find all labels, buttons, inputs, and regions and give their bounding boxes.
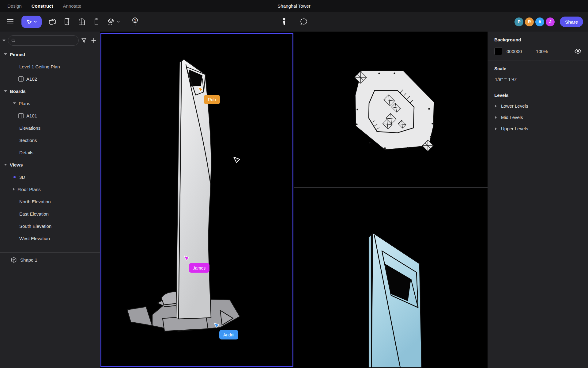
sidebar-item-north-elevation[interactable]: North Elevation (0, 195, 100, 208)
person-icon (282, 18, 286, 26)
wall-tool-button[interactable] (47, 17, 58, 27)
floor-plan-drawing (294, 32, 488, 187)
center-tools (279, 12, 309, 32)
section-label: Views (10, 162, 23, 167)
frame-3d-detail-view[interactable] (294, 188, 488, 368)
presence-button[interactable] (279, 17, 289, 27)
chevron-down-icon (4, 164, 7, 166)
collaborator-cursor-andrii (213, 322, 220, 328)
sheet-icon (18, 113, 24, 118)
sidebar-item-elevations[interactable]: Elevations (0, 122, 100, 134)
window-tool-button[interactable] (77, 17, 87, 27)
sidebar-item-sections[interactable]: Sections (0, 134, 100, 146)
marker-tool-button[interactable]: 1 (130, 17, 140, 27)
filter-icon[interactable] (81, 38, 87, 43)
sidebar-search-row (0, 32, 100, 48)
chevron-right-icon (13, 188, 15, 191)
properties-panel: Background 000000 100% Scale 1/8″ = 1′-0… (488, 32, 588, 368)
collaborator-cursor-rob (198, 86, 204, 93)
chevron-down-icon (117, 21, 120, 23)
sidebar-item-south-elevation[interactable]: South Elevation (0, 220, 100, 232)
door-icon (64, 18, 70, 25)
cursor-label-andrii: Andrii (219, 330, 238, 339)
cursor-label-rob: Rob (204, 95, 220, 104)
tab-design[interactable]: Design (7, 3, 22, 9)
sidebar-item-floor-plans[interactable]: Floor Plans (0, 183, 100, 195)
massing-icon (107, 18, 116, 26)
sidebar-item-plans[interactable]: Plans (0, 97, 100, 109)
tower-top-blue-render (294, 188, 488, 368)
background-title: Background (494, 37, 581, 42)
search-input[interactable] (17, 38, 75, 43)
level-group-upper[interactable]: Upper Levels (494, 123, 581, 134)
avatar[interactable]: P (514, 17, 523, 26)
background-opacity-value[interactable]: 100% (536, 49, 548, 54)
scale-section: Scale 1/8″ = 1′-0″ (488, 60, 588, 87)
sidebar-item-3d-view[interactable]: 3D (0, 171, 100, 183)
chevron-down-icon (34, 21, 37, 23)
window-icon (78, 18, 85, 25)
avatar[interactable]: A (535, 17, 544, 26)
chevron-right-icon (495, 127, 497, 130)
column-tool-button[interactable] (91, 17, 102, 27)
door-tool-button[interactable] (62, 17, 72, 27)
cursor-icon (26, 19, 32, 25)
tab-construct[interactable]: Construct (32, 3, 53, 9)
levels-title: Levels (494, 93, 581, 98)
scale-value[interactable]: 1/8″ = 1′-0″ (494, 77, 581, 82)
plus-icon[interactable] (91, 38, 96, 43)
sidebar-item-details[interactable]: Details (0, 146, 100, 159)
sidebar-item-east-elevation[interactable]: East Elevation (0, 208, 100, 220)
sidebar-item-a102[interactable]: A102 (0, 73, 100, 85)
cube-icon (11, 257, 17, 263)
sidebar-section-pinned[interactable]: Pinned (0, 48, 100, 60)
share-button[interactable]: Share (560, 17, 583, 27)
sidebar-item-west-elevation[interactable]: West Elevation (0, 232, 100, 244)
cursor-label-james: James (189, 263, 209, 273)
active-view-dot (13, 176, 16, 178)
marker-pin-icon: 1 (132, 17, 138, 26)
local-cursor (233, 156, 241, 164)
viewport-canvas[interactable]: Rob James Andrii (100, 32, 488, 368)
comment-bubble-icon (300, 18, 308, 26)
document-title[interactable]: Shanghai Tower (277, 3, 310, 9)
toolbar: 1 P R A J Share (0, 12, 588, 32)
sidebar-item-level1-ceiling-plan[interactable]: Level 1 Ceiling Plan (0, 60, 100, 73)
chevron-right-icon (495, 116, 497, 119)
presence-avatars: P R A J Share (514, 17, 583, 27)
collaborator-cursor-james (183, 255, 190, 261)
section-label: Boards (10, 89, 26, 94)
sheet-icon (18, 76, 24, 82)
search-icon (11, 38, 15, 43)
level-group-lower[interactable]: Lower Levels (494, 100, 581, 112)
section-label: Pinned (10, 52, 25, 57)
background-color-swatch[interactable] (494, 47, 502, 55)
scale-title: Scale (494, 66, 581, 71)
sidebar-item-a101[interactable]: A101 (0, 109, 100, 122)
frame-floor-plan-view[interactable] (294, 32, 488, 187)
background-section: Background 000000 100% (488, 32, 588, 60)
massing-tool-button[interactable] (106, 17, 120, 27)
frame-3d-view-selected[interactable]: Rob James Andrii (100, 33, 293, 367)
background-hex-value[interactable]: 000000 (507, 49, 522, 54)
chevron-down-icon (13, 102, 16, 104)
collapse-all-chevron-icon[interactable] (2, 40, 6, 41)
sidebar-section-boards[interactable]: Boards (0, 85, 100, 97)
chevron-right-icon (495, 105, 497, 108)
sidebar-item-shape1[interactable]: Shape 1 (0, 253, 100, 267)
comments-button[interactable] (299, 17, 309, 27)
select-tool-button[interactable] (21, 16, 42, 28)
column-icon (94, 18, 99, 25)
tower-3d-render (101, 34, 292, 366)
sidebar-section-views[interactable]: Views (0, 159, 100, 171)
chevron-down-icon (4, 53, 7, 55)
top-bar: Design Construct Annotate Shanghai Tower (0, 0, 588, 12)
menu-button[interactable] (5, 17, 15, 27)
tab-annotate[interactable]: Annotate (63, 3, 81, 9)
avatar[interactable]: J (546, 17, 555, 26)
chevron-down-icon (4, 90, 7, 92)
level-group-mid[interactable]: Mid Levels (494, 112, 581, 123)
avatar[interactable]: R (525, 17, 534, 26)
search-input-wrap[interactable] (8, 35, 79, 46)
visibility-eye-icon[interactable] (575, 49, 581, 54)
